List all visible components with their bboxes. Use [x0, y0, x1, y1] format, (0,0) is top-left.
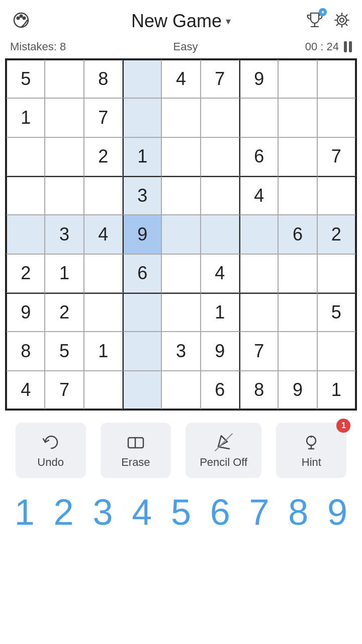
cell-7-4[interactable]: 3	[161, 332, 200, 370]
cell-4-3[interactable]: 9	[123, 215, 161, 254]
cell-2-0[interactable]	[6, 137, 45, 176]
cell-7-0[interactable]: 8	[6, 332, 45, 370]
cell-0-0[interactable]: 5	[6, 59, 45, 98]
num-btn-3[interactable]: 3	[85, 494, 120, 530]
palette-icon[interactable]	[10, 9, 32, 33]
cell-2-6[interactable]: 6	[239, 137, 278, 176]
cell-7-5[interactable]: 9	[201, 332, 239, 370]
cell-2-5[interactable]	[201, 137, 239, 176]
cell-8-7[interactable]: 9	[278, 371, 317, 410]
cell-5-7[interactable]	[278, 254, 317, 293]
num-btn-7[interactable]: 7	[241, 494, 277, 530]
cell-2-3[interactable]: 1	[123, 137, 161, 176]
cell-3-4[interactable]	[161, 176, 200, 215]
sudoku-grid[interactable]: 58479172167343496221649215851397476891	[5, 58, 357, 411]
cell-4-0[interactable]	[6, 215, 45, 254]
cell-6-3[interactable]	[123, 293, 161, 332]
cell-4-4[interactable]	[161, 215, 200, 254]
cell-1-1[interactable]	[45, 98, 83, 137]
cell-0-4[interactable]: 4	[161, 59, 200, 98]
cell-6-8[interactable]: 5	[317, 293, 356, 332]
cell-6-5[interactable]: 1	[201, 293, 239, 332]
pencil-button[interactable]: Pencil Off	[186, 423, 261, 478]
cell-1-7[interactable]	[278, 98, 317, 137]
cell-3-2[interactable]	[84, 176, 123, 215]
cell-4-6[interactable]	[239, 215, 278, 254]
cell-5-2[interactable]	[84, 254, 123, 293]
cell-6-4[interactable]	[161, 293, 200, 332]
cell-0-7[interactable]	[278, 59, 317, 98]
cell-3-5[interactable]	[201, 176, 239, 215]
cell-1-4[interactable]	[161, 98, 200, 137]
hint-button[interactable]: Hint 1	[276, 423, 346, 478]
cell-2-1[interactable]	[45, 137, 83, 176]
cell-6-6[interactable]	[239, 293, 278, 332]
cell-7-6[interactable]: 7	[239, 332, 278, 370]
cell-5-0[interactable]: 2	[6, 254, 45, 293]
cell-8-8[interactable]: 1	[317, 371, 356, 410]
cell-3-8[interactable]	[317, 176, 356, 215]
cell-7-3[interactable]	[123, 332, 161, 370]
cell-4-1[interactable]: 3	[45, 215, 83, 254]
cell-4-2[interactable]: 4	[84, 215, 123, 254]
cell-2-2[interactable]: 2	[84, 137, 123, 176]
undo-button[interactable]: Undo	[16, 423, 86, 478]
cell-2-4[interactable]	[161, 137, 200, 176]
num-btn-9[interactable]: 9	[320, 494, 355, 530]
cell-5-8[interactable]	[317, 254, 356, 293]
new-game-title[interactable]: New Game	[131, 11, 222, 32]
cell-8-0[interactable]: 4	[6, 371, 45, 410]
cell-4-8[interactable]: 2	[317, 215, 356, 254]
cell-4-5[interactable]	[201, 215, 239, 254]
cell-6-7[interactable]	[278, 293, 317, 332]
cell-1-0[interactable]: 1	[6, 98, 45, 137]
cell-3-7[interactable]	[278, 176, 317, 215]
cell-0-1[interactable]	[45, 59, 83, 98]
cell-0-2[interactable]: 8	[84, 59, 123, 98]
dropdown-icon[interactable]: ▾	[226, 15, 231, 27]
cell-2-8[interactable]: 7	[317, 137, 356, 176]
cell-0-3[interactable]	[123, 59, 161, 98]
cell-4-7[interactable]: 6	[278, 215, 317, 254]
num-btn-5[interactable]: 5	[163, 494, 199, 530]
cell-3-6[interactable]: 4	[239, 176, 278, 215]
cell-6-0[interactable]: 9	[6, 293, 45, 332]
cell-0-6[interactable]: 9	[239, 59, 278, 98]
cell-8-4[interactable]	[161, 371, 200, 410]
num-btn-4[interactable]: 4	[124, 494, 159, 530]
cell-1-5[interactable]	[201, 98, 239, 137]
cell-3-0[interactable]	[6, 176, 45, 215]
cell-8-6[interactable]: 8	[239, 371, 278, 410]
cell-3-3[interactable]: 3	[123, 176, 161, 215]
cell-7-7[interactable]	[278, 332, 317, 370]
cell-8-3[interactable]	[123, 371, 161, 410]
cell-5-1[interactable]: 1	[45, 254, 83, 293]
cell-8-1[interactable]: 7	[45, 371, 83, 410]
pause-icon[interactable]	[344, 41, 352, 52]
cell-5-4[interactable]	[161, 254, 200, 293]
erase-button[interactable]: Erase	[101, 423, 171, 478]
cell-1-3[interactable]	[123, 98, 161, 137]
cell-5-3[interactable]: 6	[123, 254, 161, 293]
cell-1-6[interactable]	[239, 98, 278, 137]
cell-0-8[interactable]	[317, 59, 356, 98]
trophy-icon[interactable]	[305, 10, 325, 32]
settings-icon[interactable]	[332, 10, 352, 32]
cell-5-6[interactable]	[239, 254, 278, 293]
cell-1-8[interactable]	[317, 98, 356, 137]
cell-6-1[interactable]: 2	[45, 293, 83, 332]
cell-7-2[interactable]: 1	[84, 332, 123, 370]
num-btn-2[interactable]: 2	[46, 494, 81, 530]
cell-3-1[interactable]	[45, 176, 83, 215]
cell-8-2[interactable]	[84, 371, 123, 410]
cell-5-5[interactable]: 4	[201, 254, 239, 293]
cell-8-5[interactable]: 6	[201, 371, 239, 410]
cell-1-2[interactable]: 7	[84, 98, 123, 137]
num-btn-1[interactable]: 1	[7, 494, 42, 530]
cell-2-7[interactable]	[278, 137, 317, 176]
num-btn-8[interactable]: 8	[281, 494, 316, 530]
cell-7-8[interactable]	[317, 332, 356, 370]
cell-0-5[interactable]: 7	[201, 59, 239, 98]
cell-7-1[interactable]: 5	[45, 332, 83, 370]
cell-6-2[interactable]	[84, 293, 123, 332]
